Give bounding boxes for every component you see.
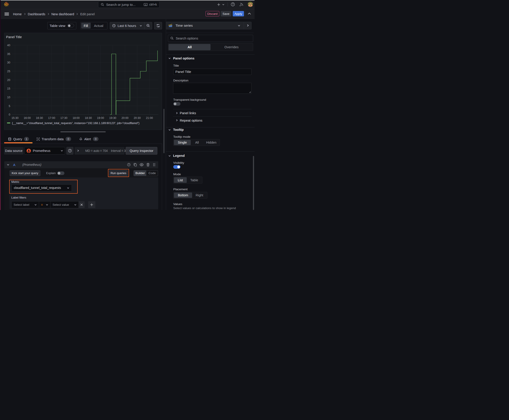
svg-text:19:00: 19:00 [97,116,104,119]
svg-text:35: 35 [7,52,10,55]
svg-text:25: 25 [7,70,10,73]
svg-text:40: 40 [7,44,10,47]
svg-text:15: 15 [7,87,10,90]
svg-text:30: 30 [7,61,10,64]
svg-text:18:00: 18:00 [73,116,80,119]
svg-text:17:00: 17:00 [48,116,55,119]
svg-text:10: 10 [7,96,10,99]
svg-text:20:00: 20:00 [122,116,129,119]
svg-text:5: 5 [9,104,10,107]
svg-text:19:30: 19:30 [109,116,116,119]
svg-text:21:00: 21:00 [146,116,153,119]
svg-text:16:30: 16:30 [36,116,43,119]
svg-text:17:30: 17:30 [60,116,67,119]
svg-text:16:00: 16:00 [24,116,31,119]
svg-text:20:30: 20:30 [134,116,141,119]
svg-text:15:30: 15:30 [12,116,19,119]
svg-text:0: 0 [9,113,10,116]
svg-text:18:30: 18:30 [85,116,92,119]
svg-text:20: 20 [7,78,10,82]
